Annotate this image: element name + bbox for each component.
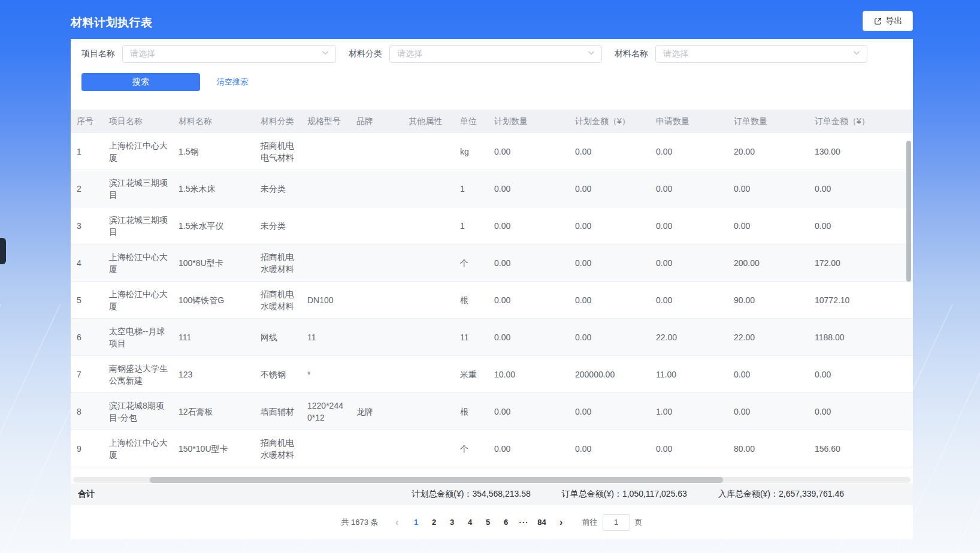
table-cell: 0.00 [728, 220, 809, 232]
table-row: 3滨江花城三期项目1.5米水平仪未分类10.000.000.000.000.00 [71, 207, 913, 244]
table-cell: 100*8U型卡 [173, 257, 255, 269]
table-cell: 根 [454, 406, 488, 418]
table-cell: 10772.10 [809, 294, 903, 306]
column-header: 计划数量 [488, 116, 569, 127]
table-cell: 1 [454, 220, 488, 232]
table-cell: 0.00 [809, 220, 903, 232]
table-cell: 滨江花城三期项目 [103, 177, 173, 201]
table-row: 4上海松江中心大厦100*8U型卡招商机电水暖材料个0.000.000.0020… [71, 244, 913, 282]
table-cell: 根 [454, 294, 488, 306]
table-cell: 滨江花城8期项目-分包 [103, 400, 173, 424]
table-cell: 100铸铁管G [173, 294, 255, 306]
page-number-1[interactable]: 1 [407, 513, 425, 531]
table-cell: 5 [71, 294, 103, 306]
table-cell: 8 [71, 406, 103, 418]
table-cell: 3 [71, 220, 103, 232]
table-cell: 未分类 [255, 183, 301, 195]
table-cell: 招商机电水暖材料 [255, 288, 301, 312]
search-button[interactable]: 搜索 [81, 73, 200, 91]
table-cell: 2 [71, 183, 103, 195]
page-number-84[interactable]: 84 [533, 513, 551, 531]
column-header: 订单金额（¥） [809, 116, 903, 127]
page-number-4[interactable]: 4 [461, 513, 479, 531]
chevron-down-icon [587, 49, 595, 59]
inbound-total-amount: 入库总金额(¥)：2,657,339,761.46 [718, 489, 844, 500]
page-title: 材料计划执行表 [71, 15, 153, 31]
table-cell: 111 [173, 331, 255, 343]
order-total-amount: 订单总金额(¥)：1,050,117,025.63 [562, 489, 687, 500]
column-header: 单位 [454, 116, 488, 127]
table-cell: 1.5钢 [173, 146, 255, 158]
material-category-label: 材料分类 [349, 49, 382, 59]
table-cell: 米重 [454, 368, 488, 380]
filter-group-material-name: 材料名称 请选择 [615, 45, 867, 63]
table-cell: 0.00 [488, 406, 569, 418]
table-cell: * [301, 368, 350, 380]
pagination: 共 1673 条 ‹ 123456···84 › 前往 页 [71, 505, 913, 539]
table-cell: 0.00 [488, 257, 569, 269]
column-header: 计划金额（¥） [569, 116, 650, 127]
table-cell: 0.00 [488, 183, 569, 195]
table-cell: 个 [454, 257, 488, 269]
column-header: 申请数量 [650, 116, 728, 127]
filter-row: 项目名称 请选择 材料分类 请选择 材料名称 [81, 45, 902, 63]
table-cell: 20.00 [728, 146, 809, 158]
planned-total-amount: 计划总金额(¥)：354,568,213.58 [412, 489, 530, 500]
table-cell: 9 [71, 443, 103, 455]
table-row: 8滨江花城8期项目-分包12石膏板墙面辅材1220*2440*12龙牌根0.00… [71, 393, 913, 430]
material-category-select[interactable]: 请选择 [389, 45, 602, 63]
table-cell: 0.00 [569, 183, 650, 195]
pagination-total: 共 1673 条 [341, 517, 378, 528]
table-cell: 0.00 [650, 183, 728, 195]
goto-page: 前往 页 [582, 514, 643, 531]
table-cell: 12石膏板 [173, 406, 255, 418]
column-header: 订单数量 [728, 116, 809, 127]
goto-suffix: 页 [635, 517, 643, 528]
table-cell: 不锈钢 [255, 368, 301, 380]
column-header: 材料分类 [255, 116, 301, 127]
table-cell: 1.5米水平仪 [173, 220, 255, 232]
table-cell: 11 [454, 331, 488, 343]
vertical-scrollbar[interactable] [906, 141, 911, 282]
horizontal-scrollbar-thumb[interactable] [150, 477, 723, 483]
table-cell: 200.00 [728, 257, 809, 269]
prev-page-button[interactable]: ‹ [388, 513, 406, 531]
table-cell: 招商机电水暖材料 [255, 437, 301, 461]
column-header: 序号 [71, 116, 103, 127]
next-page-button[interactable]: › [552, 513, 570, 531]
table-row: 6太空电梯--月球项目111网线11110.000.0022.0022.0011… [71, 319, 913, 356]
material-name-select[interactable]: 请选择 [655, 45, 867, 63]
table-cell: 0.00 [488, 331, 569, 343]
table-row: 1上海松江中心大厦1.5钢招商机电电气材料kg0.000.000.0020.00… [71, 133, 913, 170]
page-number-2[interactable]: 2 [425, 513, 443, 531]
table-cell: 130.00 [809, 146, 903, 158]
project-name-label: 项目名称 [81, 49, 115, 59]
page-number-5[interactable]: 5 [479, 513, 497, 531]
table-row: 7南钢盛达大学生公寓新建123不锈钢*米重10.00200000.0011.00… [71, 356, 913, 393]
table-cell: 0.00 [569, 220, 650, 232]
filter-group-material-category: 材料分类 请选择 [349, 45, 602, 63]
table-cell: 0.00 [650, 146, 728, 158]
goto-page-input[interactable] [603, 514, 630, 531]
sidebar-collapse-handle[interactable] [0, 238, 6, 264]
table-cell: 90.00 [728, 294, 809, 306]
page-number-3[interactable]: 3 [443, 513, 461, 531]
table-cell: kg [454, 146, 488, 158]
more-pages-icon[interactable]: ··· [515, 513, 533, 531]
table-cell: 0.00 [569, 443, 650, 455]
table-cell: 南钢盛达大学生公寓新建 [103, 362, 173, 386]
project-name-select[interactable]: 请选择 [122, 45, 336, 63]
export-button[interactable]: 导出 [863, 11, 913, 31]
summary-total-label: 合计 [78, 489, 95, 500]
clear-search-button[interactable]: 清空搜索 [217, 77, 248, 87]
table-cell: 0.00 [650, 257, 728, 269]
table-cell: 招商机电水暖材料 [255, 251, 301, 275]
table-cell: 0.00 [650, 294, 728, 306]
table-cell: 太空电梯--月球项目 [103, 325, 173, 349]
table-cell: 网线 [255, 331, 301, 343]
summary-row: 合计 计划总金额(¥)：354,568,213.58 订单总金额(¥)：1,05… [71, 484, 913, 505]
table-cell: 172.00 [809, 257, 903, 269]
table-cell: 龙牌 [350, 406, 403, 418]
filter-section: 项目名称 请选择 材料分类 请选择 材料名称 [71, 39, 913, 110]
page-number-6[interactable]: 6 [497, 513, 515, 531]
